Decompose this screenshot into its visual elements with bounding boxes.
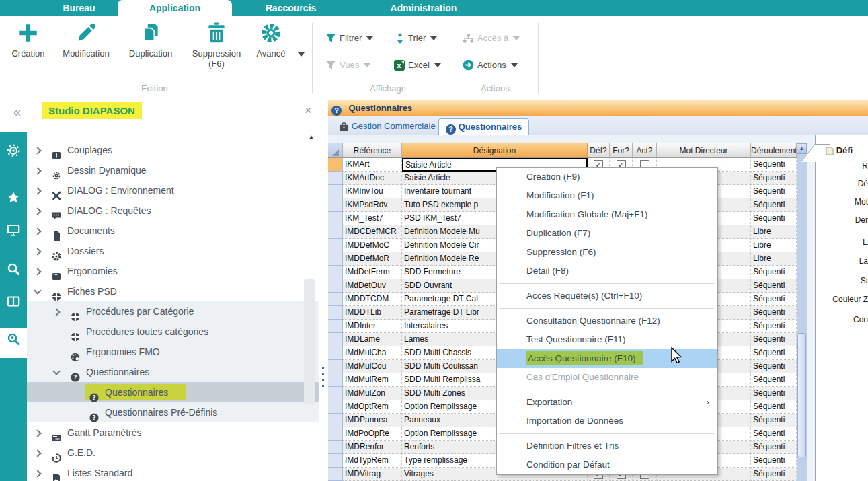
- cell-deroulement[interactable]: Séquenti: [751, 468, 797, 481]
- excel-button[interactable]: xExcel: [394, 59, 441, 73]
- ribbon-tab-administration[interactable]: Administration: [350, 0, 498, 16]
- suppression-button[interactable]: Suppression (F6): [186, 22, 247, 69]
- cell-reference[interactable]: IMdMulCha: [343, 346, 402, 360]
- row-selector[interactable]: [328, 360, 343, 373]
- menu-item-test-questionnaire-f11-[interactable]: Test Questionnaire (F11): [497, 330, 717, 349]
- tree-item-fiches-psd[interactable]: Fiches PSD: [27, 281, 319, 301]
- chevron-right-icon[interactable]: [34, 449, 41, 457]
- cell-deroulement[interactable]: Séquenti: [751, 172, 797, 185]
- cell-deroulement[interactable]: Libre: [751, 239, 797, 252]
- menu-item-condition-par-d-faut[interactable]: Condition par Défaut: [497, 455, 717, 474]
- row-selector[interactable]: [328, 441, 343, 454]
- cell-reference[interactable]: IKMPsdRdv: [343, 198, 402, 212]
- splitter-grip[interactable]: [322, 367, 324, 369]
- row-selector[interactable]: [328, 387, 343, 400]
- tree-item-gantt-param-tr-s[interactable]: Gantt Paramétrés: [27, 422, 319, 443]
- row-selector[interactable]: [328, 293, 343, 306]
- table-scrollbar-thumb[interactable]: [797, 333, 806, 457]
- rail-search-icon[interactable]: [0, 258, 27, 288]
- row-selector[interactable]: [328, 158, 343, 172]
- chevron-down-icon[interactable]: [52, 367, 60, 375]
- cell-reference[interactable]: IMDDTLib: [343, 306, 402, 320]
- cell-deroulement[interactable]: Séquenti: [751, 441, 797, 454]
- tree-item-g-e-d-[interactable]: G.E.D.: [27, 443, 319, 463]
- cell-reference[interactable]: IMdTypRem: [343, 454, 402, 468]
- column-header-mot-directeur[interactable]: Mot Directeur: [657, 143, 751, 158]
- column-header-d-roulement[interactable]: Déroulement: [751, 143, 797, 158]
- menu-item-d-tail-f8-[interactable]: Détail (F8): [497, 262, 717, 281]
- row-selector[interactable]: [328, 320, 343, 333]
- tree-item-listes-standard[interactable]: Listes Standard: [27, 463, 319, 481]
- cell-reference[interactable]: IMDLame: [343, 333, 402, 346]
- row-selector[interactable]: [328, 373, 343, 387]
- cell-reference[interactable]: IMDInter: [343, 320, 402, 333]
- excel-caret[interactable]: [434, 63, 441, 67]
- table-scrollbar[interactable]: ▲: [797, 143, 807, 481]
- ribbon-tab-application[interactable]: Application: [118, 0, 232, 16]
- row-selector[interactable]: [328, 198, 343, 212]
- cell-reference[interactable]: IMdMulCou: [343, 360, 402, 373]
- row-selector[interactable]: [328, 346, 343, 360]
- row-selector[interactable]: [328, 239, 343, 252]
- cell-deroulement[interactable]: Séquenti: [751, 414, 797, 427]
- cell-reference[interactable]: IMdPoOpRe: [343, 427, 402, 441]
- row-selector[interactable]: [328, 333, 343, 346]
- chevron-right-icon[interactable]: [34, 429, 41, 437]
- row-selector[interactable]: [328, 414, 343, 427]
- cell-deroulement[interactable]: Séquenti: [751, 400, 797, 414]
- cell-reference[interactable]: IMdMulRem: [343, 373, 402, 387]
- tree-item-proc-dures-toutes-cat-gories[interactable]: Procédures toutes catégories: [27, 322, 319, 342]
- rail-columns2-icon[interactable]: [0, 291, 27, 320]
- ribbon-tab-bureau[interactable]: Bureau: [40, 0, 118, 16]
- chevron-right-icon[interactable]: [34, 268, 41, 275]
- tree-item-questionnaires[interactable]: ?Questionnaires: [27, 382, 319, 402]
- menu-item-duplication-f7-[interactable]: Duplication (F7): [497, 224, 717, 243]
- menu-item-importation-de-donn-es[interactable]: Importation de Données: [497, 412, 717, 431]
- cell-reference[interactable]: IKMArtDoc: [343, 172, 402, 185]
- cell-reference[interactable]: IMDCDefMCR: [343, 225, 402, 239]
- row-selector[interactable]: [328, 454, 343, 468]
- cell-reference[interactable]: IKMArt: [343, 158, 402, 172]
- row-selector[interactable]: [328, 252, 343, 266]
- menu-item-exportation[interactable]: Exportation›: [497, 393, 717, 412]
- rail-searchpin-icon[interactable]: [0, 328, 27, 358]
- creation-button[interactable]: Création: [5, 22, 51, 59]
- tree-scrollbar-thumb[interactable]: [304, 279, 315, 404]
- cell-reference[interactable]: IMdOptRem: [343, 400, 402, 414]
- cell-deroulement[interactable]: Séquenti: [751, 427, 797, 441]
- tab-gestion-commerciale[interactable]: Gestion Commerciale ...: [333, 118, 450, 135]
- rail-monitor-icon[interactable]: [0, 219, 27, 249]
- cell-deroulement[interactable]: Séquenti: [751, 333, 797, 346]
- trier-caret[interactable]: [430, 36, 437, 40]
- splitter-grip[interactable]: [322, 373, 324, 375]
- cell-reference[interactable]: IMDVitrag: [343, 468, 402, 481]
- chevron-right-icon[interactable]: [34, 248, 41, 255]
- cell-deroulement[interactable]: Séquenti: [751, 454, 797, 468]
- menu-item-d-finition-filtres-et-tris[interactable]: Définition Filtres et Tris: [497, 437, 717, 455]
- tree-item-couplages[interactable]: Couplages: [27, 140, 319, 160]
- chevron-right-icon[interactable]: [52, 308, 60, 316]
- rail-helm-icon[interactable]: [0, 140, 27, 170]
- cell-deroulement[interactable]: Séquenti: [751, 158, 797, 172]
- cell-deroulement[interactable]: Séquenti: [751, 185, 797, 198]
- column-header-r-f-rence[interactable]: Référence: [343, 143, 402, 158]
- cell-deroulement[interactable]: Séquenti: [751, 346, 797, 360]
- cell-reference[interactable]: IMdMulZon: [343, 387, 402, 400]
- menu-item-cr-ation-f9-[interactable]: Création (F9): [497, 168, 717, 186]
- cell-deroulement[interactable]: Séquenti: [751, 387, 797, 400]
- chevron-right-icon[interactable]: [34, 167, 41, 174]
- filtrer-caret[interactable]: [366, 36, 373, 40]
- cell-reference[interactable]: IMDDTCDM: [343, 293, 402, 306]
- avance-dropdown-caret[interactable]: [298, 52, 305, 57]
- row-selector[interactable]: [328, 225, 343, 239]
- select-all-icon[interactable]: [332, 149, 339, 156]
- tree-item-questionnaires[interactable]: ?Questionnaires: [27, 362, 319, 382]
- tree-item-questionnaires-pr-d-finis[interactable]: ?Questionnaires Pré-Définis: [27, 402, 319, 422]
- row-selector[interactable]: [328, 306, 343, 320]
- modification-button[interactable]: Modification: [56, 22, 116, 59]
- chevron-right-icon[interactable]: [34, 227, 41, 235]
- column-header-act-[interactable]: Act?: [633, 143, 657, 158]
- row-selector[interactable]: [328, 400, 343, 414]
- cell-reference[interactable]: IKMInvTou: [343, 185, 402, 198]
- chevron-right-icon[interactable]: [34, 207, 41, 215]
